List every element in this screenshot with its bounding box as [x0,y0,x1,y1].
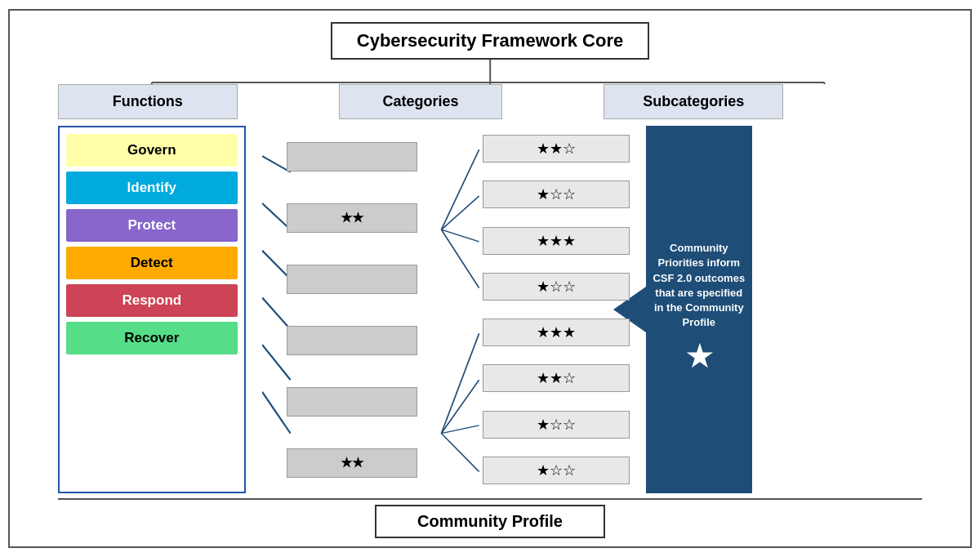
category-2: ★★ [287,203,417,233]
content-area: Govern Identify Protect Detect Respond R… [58,126,922,493]
community-profile-label: Community Profile [375,505,605,538]
subcat-1: ★★☆ [483,135,630,163]
svg-line-11 [441,149,479,229]
subcat-8: ★☆☆ [483,457,630,484]
svg-line-14 [441,229,479,287]
middle-right-area: ★★ ★★ ★★☆ ★☆☆ ★★★ ★☆☆ ★★★ ★★☆ ★☆☆ ★☆☆ Co [262,126,922,493]
title: Cybersecurity Framework Core [331,22,649,60]
subcategories-header: Subcategories [604,84,783,119]
category-3 [287,265,417,294]
functions-column: Govern Identify Protect Detect Respond R… [58,126,246,493]
column-headers: Functions Categories Subcategories [58,84,922,119]
svg-line-17 [441,426,479,434]
community-priorities-box: Community Priorities inform CSF 2.0 outc… [646,126,752,493]
bottom-section: Community Profile [58,498,922,538]
community-star-icon: ★ [686,336,712,377]
subcat-2: ★☆☆ [483,180,630,208]
category-6: ★★ [287,448,417,478]
subcat-4: ★☆☆ [483,273,630,301]
function-govern: Govern [66,134,238,167]
function-protect: Protect [66,209,238,242]
category-5 [287,387,417,417]
categories-column: ★★ ★★ [287,126,417,493]
function-respond: Respond [66,284,238,317]
title-connector [58,60,922,84]
subcat-3: ★★★ [483,227,630,255]
categories-header: Categories [339,84,502,119]
functions-header: Functions [58,84,238,119]
svg-line-13 [441,229,479,242]
category-4 [287,326,417,355]
svg-line-12 [441,196,479,229]
function-recover: Recover [66,322,238,354]
bottom-divider [58,498,922,500]
community-priorities-text: Community Priorities inform CSF 2.0 outc… [653,241,746,330]
svg-line-15 [441,333,479,433]
subcat-5: ★★★ [483,319,630,346]
main-frame: Cybersecurity Framework Core Functions C… [8,9,972,548]
function-identify: Identify [66,172,238,204]
subcategories-column: ★★☆ ★☆☆ ★★★ ★☆☆ ★★★ ★★☆ ★☆☆ ★☆☆ [483,126,630,493]
subcat-7: ★☆☆ [483,411,630,439]
svg-line-18 [441,434,479,472]
svg-line-16 [441,380,479,434]
subcat-6: ★★☆ [483,364,630,392]
function-detect: Detect [66,247,238,279]
category-1 [287,142,417,172]
